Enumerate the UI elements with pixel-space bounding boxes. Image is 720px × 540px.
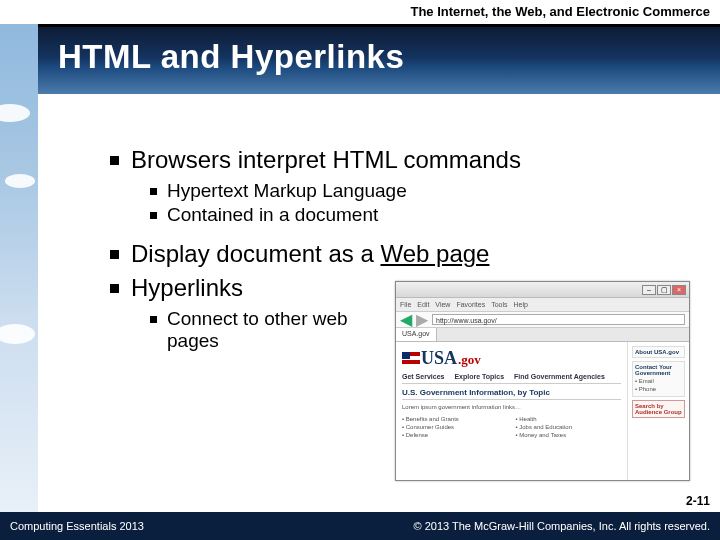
bullet-icon xyxy=(150,212,157,219)
page-body: USA.gov Get Services Explore Topics Find… xyxy=(396,342,689,480)
browser-menubar: FileEditViewFavoritesToolsHelp xyxy=(396,298,689,312)
side-heading: About USA.gov xyxy=(635,349,682,355)
minimize-icon: – xyxy=(642,285,656,295)
bullet-2: Display document as a Web page xyxy=(110,240,700,268)
bullet-3a-text: Connect to other web pages xyxy=(167,308,387,352)
browser-tabs: USA.gov xyxy=(396,328,689,342)
page-heading: U.S. Government Information, by Topic xyxy=(402,388,621,400)
bullet-icon xyxy=(110,284,119,293)
bullet-1a-text: Hypertext Markup Language xyxy=(167,180,407,202)
maximize-icon: ▢ xyxy=(657,285,671,295)
nav-item: Get Services xyxy=(402,373,444,380)
bullet-2-pre: Display document as a xyxy=(131,240,380,267)
side-heading: Search by Audience Group xyxy=(635,403,682,415)
bullet-1: Browsers interpret HTML commands xyxy=(110,146,700,174)
browser-screenshot: – ▢ × FileEditViewFavoritesToolsHelp ◀ ▶… xyxy=(395,281,690,481)
nav-item: Explore Topics xyxy=(454,373,504,380)
bullet-2-text: Display document as a Web page xyxy=(131,240,489,268)
side-heading: Contact Your Government xyxy=(635,364,682,376)
logo-gov: .gov xyxy=(458,352,481,368)
close-icon: × xyxy=(672,285,686,295)
bullet-1b: Contained in a document xyxy=(150,204,700,226)
forward-icon: ▶ xyxy=(416,310,428,329)
page-text: Lorem ipsum government information links… xyxy=(402,404,621,410)
bullet-icon xyxy=(150,188,157,195)
bullet-1b-text: Contained in a document xyxy=(167,204,378,226)
nav-item: Find Government Agencies xyxy=(514,373,605,380)
page-sidebar: About USA.gov Contact Your Government • … xyxy=(627,342,689,480)
sidebar-sky xyxy=(0,24,38,512)
chapter-header: The Internet, the Web, and Electronic Co… xyxy=(0,0,720,24)
web-page-link: Web page xyxy=(380,240,489,267)
url-field: http://www.usa.gov/ xyxy=(432,314,685,325)
site-nav: Get Services Explore Topics Find Governm… xyxy=(402,373,621,384)
slide-title: HTML and Hyperlinks xyxy=(58,40,404,73)
footer: Computing Essentials 2013 © 2013 The McG… xyxy=(0,512,720,540)
footer-right: © 2013 The McGraw-Hill Companies, Inc. A… xyxy=(414,520,710,532)
footer-left: Computing Essentials 2013 xyxy=(10,520,144,532)
back-icon: ◀ xyxy=(400,310,412,329)
bullet-1a: Hypertext Markup Language xyxy=(150,180,700,202)
bullet-1-text: Browsers interpret HTML commands xyxy=(131,146,521,174)
bullet-3-text: Hyperlinks xyxy=(131,274,243,302)
usagov-logo: USA.gov xyxy=(402,348,621,369)
page-number: 2-11 xyxy=(686,494,710,508)
logo-usa: USA xyxy=(421,348,457,369)
flag-icon xyxy=(402,352,420,364)
window-titlebar: – ▢ × xyxy=(396,282,689,298)
bullet-icon xyxy=(110,250,119,259)
bullet-icon xyxy=(110,156,119,165)
bullet-icon xyxy=(150,316,157,323)
tab: USA.gov xyxy=(396,328,437,341)
browser-addressbar: ◀ ▶ http://www.usa.gov/ xyxy=(396,312,689,328)
